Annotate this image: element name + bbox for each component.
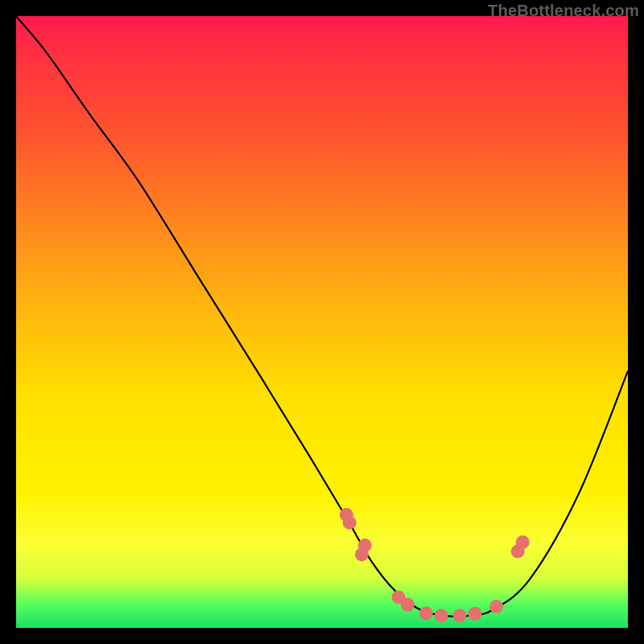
chart-frame: [16, 16, 628, 628]
gradient-background: [16, 16, 628, 628]
watermark-text: TheBottleneck.com: [488, 2, 639, 20]
